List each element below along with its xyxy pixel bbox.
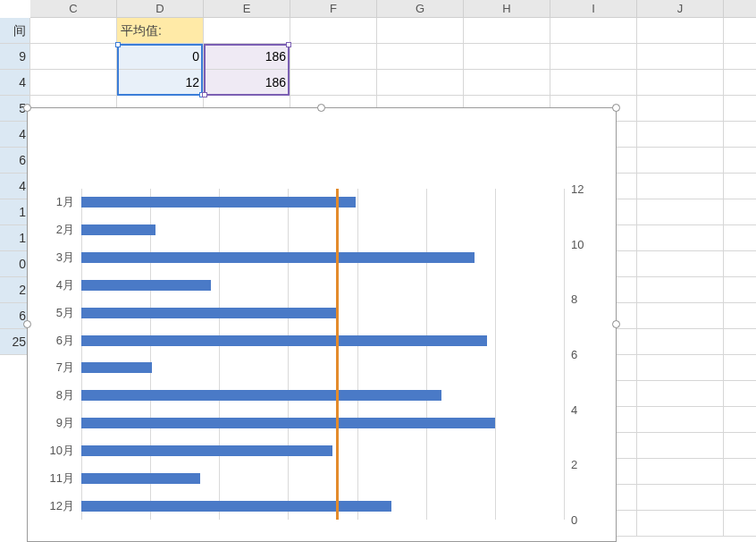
bar[interactable] — [81, 390, 441, 401]
cell-empty[interactable] — [724, 122, 756, 148]
cell-B-row[interactable]: 1 — [0, 199, 30, 225]
cell-empty[interactable] — [550, 18, 637, 44]
cell-empty[interactable] — [637, 381, 724, 407]
average-line[interactable] — [336, 189, 339, 520]
cell-empty[interactable] — [724, 277, 756, 303]
bar[interactable] — [81, 501, 391, 512]
cell-empty[interactable] — [724, 485, 756, 511]
cell-B-row[interactable]: 间 — [0, 18, 30, 44]
cell-empty[interactable] — [290, 44, 377, 70]
avg-label-cell[interactable]: 平均值: — [117, 18, 204, 44]
bar[interactable] — [81, 197, 356, 207]
cell-D-r2[interactable]: 0 — [117, 44, 204, 70]
col-header-J[interactable]: J — [637, 0, 724, 18]
cell-empty[interactable] — [30, 70, 117, 96]
bar[interactable] — [81, 335, 487, 346]
col-header-C[interactable]: C — [30, 0, 117, 18]
cell-empty[interactable] — [724, 44, 756, 70]
col-header-G[interactable]: G — [377, 0, 464, 18]
cell-empty[interactable] — [637, 70, 724, 96]
cell-empty[interactable] — [724, 355, 756, 381]
bar[interactable] — [81, 224, 155, 235]
resize-handle-e[interactable] — [612, 320, 620, 328]
col-header-F[interactable]: F — [290, 0, 377, 18]
cell-empty[interactable] — [464, 18, 550, 44]
cell-empty[interactable] — [377, 44, 464, 70]
resize-handle-nw[interactable] — [23, 104, 31, 112]
cell-empty[interactable] — [724, 70, 756, 96]
cell-empty[interactable] — [637, 96, 724, 122]
cell-empty[interactable] — [290, 70, 377, 96]
cell-empty[interactable] — [637, 251, 724, 277]
resize-handle-ne[interactable] — [612, 104, 620, 112]
cell-empty[interactable] — [637, 174, 724, 199]
cell-empty[interactable] — [724, 251, 756, 277]
cell-empty[interactable] — [637, 148, 724, 174]
cell-empty[interactable] — [637, 433, 724, 459]
cell-empty[interactable] — [724, 225, 756, 251]
cell-empty[interactable] — [204, 18, 290, 44]
cell-empty[interactable] — [724, 199, 756, 225]
cell-empty[interactable] — [724, 459, 756, 485]
bar[interactable] — [81, 362, 152, 373]
cell-B-row[interactable]: 4 — [0, 122, 30, 148]
col-header-D[interactable]: D — [117, 0, 204, 18]
cell-empty[interactable] — [377, 18, 464, 44]
cell-empty[interactable] — [550, 44, 637, 70]
cell-B-row[interactable]: 0 — [0, 251, 30, 277]
cell-E-r2[interactable]: 186 — [204, 44, 290, 70]
cell-empty[interactable] — [724, 303, 756, 329]
cell-empty[interactable] — [464, 70, 550, 96]
col-header-E[interactable]: E — [204, 0, 290, 18]
bar[interactable] — [81, 252, 475, 263]
col-header-I[interactable]: I — [550, 0, 637, 18]
col-header-K[interactable]: K — [724, 0, 756, 18]
cell-empty[interactable] — [637, 303, 724, 329]
cell-empty[interactable] — [637, 122, 724, 148]
cell-E-r3[interactable]: 186 — [204, 70, 290, 96]
cell-empty[interactable] — [637, 459, 724, 485]
cell-empty[interactable] — [550, 70, 637, 96]
bar[interactable] — [81, 445, 332, 456]
cell-empty[interactable] — [637, 225, 724, 251]
cell-B-row[interactable]: 6 — [0, 148, 30, 174]
cell-B-row[interactable]: 4 — [0, 174, 30, 199]
bar[interactable] — [81, 308, 338, 318]
cell-B-row[interactable]: 1 — [0, 225, 30, 251]
cell-empty[interactable] — [464, 44, 550, 70]
cell-empty[interactable] — [637, 329, 724, 355]
cell-empty[interactable] — [377, 70, 464, 96]
bar[interactable] — [81, 418, 495, 428]
cell-empty[interactable] — [724, 381, 756, 407]
cell-empty[interactable] — [290, 18, 377, 44]
chart-object[interactable]: 1月2月3月4月5月6月7月8月9月10月11月12月 024681012 — [27, 107, 617, 542]
cell-empty[interactable] — [637, 18, 724, 44]
cell-B-row[interactable]: 25 — [0, 329, 30, 355]
col-header-H[interactable]: H — [464, 0, 550, 18]
resize-handle-w[interactable] — [23, 320, 31, 328]
cell-empty[interactable] — [637, 355, 724, 381]
bar[interactable] — [81, 473, 200, 484]
cell-B-row[interactable]: 9 — [0, 44, 30, 70]
cell-empty[interactable] — [724, 407, 756, 433]
cell-empty[interactable] — [30, 44, 117, 70]
cell-empty[interactable] — [637, 485, 724, 511]
cell-empty[interactable] — [724, 433, 756, 459]
cell-empty[interactable] — [724, 18, 756, 44]
cell-empty[interactable] — [637, 199, 724, 225]
cell-B-row[interactable]: 4 — [0, 70, 30, 96]
cell-empty[interactable] — [637, 277, 724, 303]
cell-D-r3[interactable]: 12 — [117, 70, 204, 96]
cell-empty[interactable] — [724, 511, 756, 537]
cell-empty[interactable] — [637, 511, 724, 537]
bar[interactable] — [81, 280, 211, 291]
cell-empty[interactable] — [724, 174, 756, 199]
cell-empty[interactable] — [637, 44, 724, 70]
cell-empty[interactable] — [637, 407, 724, 433]
plot-area[interactable]: 1月2月3月4月5月6月7月8月9月10月11月12月 024681012 — [81, 189, 564, 520]
cell-empty[interactable] — [30, 18, 117, 44]
resize-handle-n[interactable] — [317, 104, 325, 112]
cell-B-row[interactable]: 2 — [0, 277, 30, 303]
cell-empty[interactable] — [724, 148, 756, 174]
cell-empty[interactable] — [724, 96, 756, 122]
